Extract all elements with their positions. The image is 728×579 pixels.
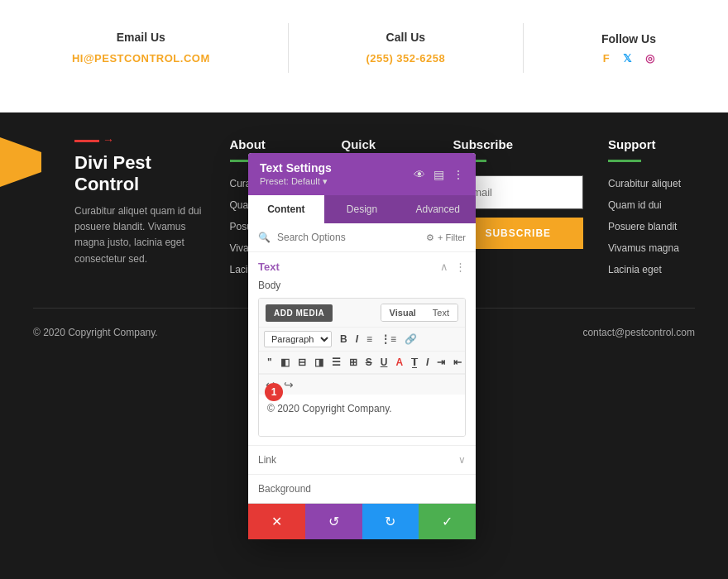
footer-support-col: Support Curabitur aliquet Quam id dui Po… [608,137,695,283]
toolbar-row-2: " ◧ ⊟ ◨ ☰ ⊞ S U A T̲ I ⇥ ⇤ ⛶ Ω ☺ [259,352,465,374]
indent-out-button[interactable]: ⇤ [450,355,465,370]
section-title: Text [258,261,280,273]
background-section: Background [248,474,476,503]
list-item: Lacinia eget [608,261,695,276]
support-list: Curabitur aliquet Quam id dui Posuere bl… [608,175,695,276]
modal-footer: ✕ ↺ ↻ ✓ [248,503,476,539]
support-underline [608,160,641,162]
follow-label: Follow Us [601,32,656,45]
modal-header-left: Text Settings Preset: Default ▾ [260,161,332,187]
confirm-button[interactable]: ✓ [419,504,476,539]
visual-text-tabs: Visual Text [381,304,458,322]
brand-name: Divi Pest Control [74,152,205,195]
divider-2 [523,23,524,73]
call-label: Call Us [366,31,445,44]
link-section: Link ∨ [248,445,476,474]
align-right-button[interactable]: ◨ [311,355,327,370]
modal-title: Text Settings [260,161,332,175]
layout-icon[interactable]: ▤ [433,168,444,181]
visual-tab[interactable]: Visual [381,304,424,321]
body-label: Body [258,280,466,291]
subscribe-heading: Subscribe [453,137,584,151]
undo-redo-bar: ↩ ↪ [259,374,465,395]
search-input[interactable] [277,232,419,243]
link-button[interactable]: 🔗 [401,332,420,347]
table-button[interactable]: ⊞ [346,355,361,370]
undo-button[interactable]: ↩ [266,378,275,391]
cancel-button[interactable]: ✕ [248,504,305,539]
eye-icon[interactable]: 👁 [414,168,425,181]
chevron-up-icon[interactable]: ∧ [440,261,448,273]
quick-heading: Quick [342,137,429,151]
list-item: Curabitur aliquet [608,175,695,190]
email-block: Email Us HI@PESTCONTROL.COM [72,31,210,65]
email-value: HI@PESTCONTROL.COM [72,52,210,65]
modal-tabs: Content Design Advanced [248,195,476,223]
top-contact-bar: Email Us HI@PESTCONTROL.COM Call Us (255… [0,0,728,96]
tab-advanced[interactable]: Advanced [400,195,476,223]
align-center-button[interactable]: ⊟ [295,355,309,370]
underline-button[interactable]: U [377,355,391,370]
text-settings-modal: Text Settings Preset: Default ▾ 👁 ▤ ⋮ Co… [248,153,476,539]
modal-header: Text Settings Preset: Default ▾ 👁 ▤ ⋮ [248,153,476,195]
brand-desc: Curabitur aliquet quam id dui posuere bl… [74,203,205,267]
editor-text: © 2020 Copyright Company. [267,403,457,414]
filter-icon: ⚙ [426,232,434,243]
editor-header: ADD MEDIA Visual Text [259,299,465,328]
blockquote-button[interactable]: " [264,355,275,370]
list-item: Quam id dui [608,197,695,212]
color-button[interactable]: A [392,355,406,370]
paste-text-button[interactable]: T̲ [408,355,421,370]
instagram-icon[interactable]: ◎ [645,52,655,65]
tab-design[interactable]: Design [324,195,400,223]
filter-button[interactable]: ⚙ + Filter [426,232,466,243]
text-section: Text ∧ ⋮ Body ADD MEDIA Visual Text [248,252,476,445]
bold-button[interactable]: B [337,332,351,347]
follow-block: Follow Us f 𝕏 ◎ [601,32,656,65]
indent-in-button[interactable]: ⇥ [433,355,448,370]
italic-button[interactable]: I [352,332,362,347]
about-heading: About [230,137,317,151]
call-block: Call Us (255) 352-6258 [366,31,445,65]
ul-button[interactable]: ≡ [363,332,376,347]
list-item: Posuere blandit [608,218,695,233]
section-row: Text ∧ ⋮ [258,261,466,273]
social-icons: f 𝕏 ◎ [601,52,656,65]
background-label: Background [258,483,311,495]
add-media-button[interactable]: ADD MEDIA [266,304,333,322]
background-collapsible-header[interactable]: Background [258,483,466,495]
chevron-down-icon: ∨ [458,454,466,466]
redo-button[interactable]: ↻ [362,504,419,539]
search-icon: 🔍 [258,232,271,243]
align-left-button[interactable]: ◧ [277,355,293,370]
redo-button[interactable]: ↪ [284,378,294,391]
italic2-button[interactable]: I [423,355,432,370]
ol-button[interactable]: ⋮≡ [377,332,400,347]
align-full-button[interactable]: ☰ [328,355,344,370]
call-value: (255) 352-6258 [366,52,445,65]
editor-content[interactable]: © 2020 Copyright Company. [259,395,465,436]
modal-search: 🔍 ⚙ + Filter [248,223,476,252]
facebook-icon[interactable]: f [603,52,610,65]
strikethrough-button[interactable]: S [362,355,376,370]
contact-email: contact@pestcontrol.com [582,327,695,338]
twitter-icon[interactable]: 𝕏 [623,52,632,65]
editor-container: ADD MEDIA Visual Text Paragraph B I ≡ ⋮≡… [258,298,466,437]
reset-button[interactable]: ↺ [305,504,362,539]
toolbar-row-1: Paragraph B I ≡ ⋮≡ 🔗 [259,328,465,352]
brand-arrow-indicator [74,140,99,142]
modal-preset[interactable]: Preset: Default ▾ [260,176,332,187]
format-select[interactable]: Paragraph [264,331,332,347]
email-label: Email Us [72,31,210,44]
section-menu-icon[interactable]: ⋮ [455,261,466,273]
copyright-text: © 2020 Copyright Company. [33,327,158,338]
section-icons: ∧ ⋮ [440,261,466,273]
tab-content[interactable]: Content [248,195,324,223]
link-collapsible-header[interactable]: Link ∨ [258,454,466,466]
link-label: Link [258,454,276,466]
footer-brand: Divi Pest Control Curabitur aliquet quam… [33,137,205,283]
divider-1 [288,23,289,73]
list-item: Vivamus magna [608,240,695,255]
more-icon[interactable]: ⋮ [453,168,464,181]
text-tab[interactable]: Text [424,304,457,321]
